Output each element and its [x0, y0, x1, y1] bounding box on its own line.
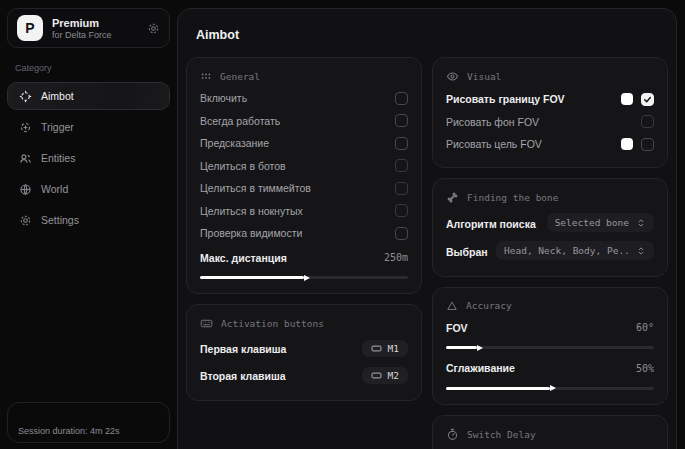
panel-title: Visual [467, 71, 501, 82]
sidebar-item-aimbot[interactable]: Aimbot [7, 82, 170, 110]
panel-title: Activation buttons [221, 318, 324, 329]
toggle-row: Целиться в ботов [200, 155, 408, 178]
toggle-label: Проверка видимости [200, 227, 302, 239]
keybind-row: Вторая клавиша M2 [200, 362, 408, 389]
globe-icon [19, 183, 32, 196]
fov-slider-block: FOV 60° [446, 317, 654, 350]
triangle-icon [446, 300, 458, 312]
sidebar-nav: Aimbot Trigger [7, 82, 170, 234]
bone-algorithm-dropdown[interactable]: Selected bone [547, 213, 654, 232]
switch-delay-toggle-row: Задержка переключения [446, 446, 654, 449]
toggle-label: Всегда работать [200, 115, 280, 127]
first-key-button[interactable]: M1 [362, 340, 408, 357]
panel-title: Switch Delay [467, 429, 536, 440]
prediction-checkbox[interactable] [395, 137, 408, 150]
draw-fov-background-checkbox[interactable] [641, 115, 654, 128]
sidebar-item-label: Settings [41, 214, 79, 226]
toggle-label: Предсказание [200, 137, 269, 149]
visual-panel-header: Visual [446, 70, 654, 83]
sidebar-item-label: Entities [41, 152, 75, 164]
smoothing-label: Сглаживание [446, 362, 515, 374]
visual-label: Рисовать границу FOV [446, 93, 565, 105]
unfold-icon [636, 246, 646, 256]
general-panel: General Включить Всегда работать Предска… [186, 57, 422, 294]
keybind-row: Первая клавиша M1 [200, 335, 408, 362]
fov-slider[interactable] [446, 346, 654, 349]
brand-card: P Premium for Delta Force [7, 8, 170, 48]
toggle-row: Всегда работать [200, 110, 408, 133]
brand-logo: P [17, 15, 43, 41]
session-duration: Session duration: 4m 22s [18, 426, 120, 436]
stopwatch-icon [446, 428, 459, 441]
fov-value: 60° [636, 322, 654, 333]
gear-icon [19, 214, 32, 227]
bone-icon [446, 191, 459, 204]
activation-buttons-panel: Activation buttons Первая клавиша M1 [186, 304, 422, 401]
sidebar-item-label: Aimbot [41, 90, 74, 102]
selected-bones-dropdown[interactable]: Head, Neck, Body, Pe.. [496, 241, 654, 260]
target-knocked-checkbox[interactable] [395, 204, 408, 217]
eye-icon [446, 70, 459, 83]
bone-panel-header: Finding the bone [446, 191, 654, 204]
session-box: Session duration: 4m 22s [7, 402, 170, 443]
fov-label: FOV [446, 322, 468, 334]
bone-row: Алгоритм поиска костей Selected bone [446, 209, 654, 237]
bone-row: Выбранные кости Head, Neck, Body, Pe.. [446, 237, 654, 265]
accuracy-panel: Accuracy FOV 60° Сглаживание [432, 287, 668, 405]
smoothing-slider-block: Сглаживание 50% [446, 357, 654, 390]
max-distance-slider-block: Макс. дистанция 250m [200, 247, 408, 280]
visual-label: Рисовать цель FOV [446, 138, 542, 150]
gear-icon[interactable] [147, 22, 160, 35]
general-panel-header: General [200, 70, 408, 82]
keyboard-icon [371, 370, 382, 381]
grid-icon [200, 70, 212, 82]
bone-algorithm-label: Алгоритм поиска костей [446, 218, 539, 230]
target-bots-checkbox[interactable] [395, 159, 408, 172]
keybind-label: Первая клавиша [200, 343, 286, 355]
sidebar-item-label: Trigger [41, 121, 74, 133]
enable-checkbox[interactable] [395, 92, 408, 105]
toggle-label: Целиться в нокнутых [200, 205, 303, 217]
switch-delay-panel: Switch Delay Задержка переключения Задер… [432, 415, 668, 449]
panel-title: General [220, 71, 260, 82]
visual-row: Рисовать фон FOV [446, 111, 654, 134]
always-work-checkbox[interactable] [395, 114, 408, 127]
fov-border-color-swatch[interactable] [621, 93, 633, 105]
visual-row: Рисовать цель FOV [446, 133, 654, 156]
panel-title: Accuracy [466, 300, 512, 311]
toggle-label: Целиться в ботов [200, 160, 286, 172]
selected-bones-label: Выбранные кости [446, 246, 488, 258]
smoothing-value: 50% [636, 363, 654, 374]
sidebar-item-entities[interactable]: Entities [7, 144, 170, 172]
keybind-label: Вторая клавиша [200, 370, 286, 382]
smoothing-slider[interactable] [446, 387, 654, 390]
main-content: Aimbot General [177, 8, 677, 449]
keyboard-icon [200, 317, 213, 330]
toggle-row: Проверка видимости [200, 222, 408, 245]
toggle-row: Целиться в нокнутых [200, 200, 408, 223]
slider-label: Макс. дистанция [200, 252, 287, 264]
app-window: P Premium for Delta Force Category [0, 0, 685, 449]
accuracy-panel-header: Accuracy [446, 300, 654, 312]
page-title: Aimbot [196, 28, 668, 42]
sidebar-item-trigger[interactable]: Trigger [7, 113, 170, 141]
sidebar-item-world[interactable]: World [7, 175, 170, 203]
draw-fov-border-checkbox[interactable] [641, 93, 654, 106]
visibility-check-checkbox[interactable] [395, 227, 408, 240]
category-label: Category [15, 63, 162, 73]
toggle-label: Включить [200, 92, 247, 104]
fov-target-color-swatch[interactable] [621, 138, 633, 150]
second-key-button[interactable]: M2 [362, 367, 408, 384]
target-teammates-checkbox[interactable] [395, 182, 408, 195]
draw-fov-target-checkbox[interactable] [641, 138, 654, 151]
panel-title: Finding the bone [467, 192, 559, 203]
sidebar-item-label: World [41, 183, 68, 195]
toggle-label: Целиться в тиммейтов [200, 182, 311, 194]
max-distance-slider[interactable] [200, 276, 408, 279]
finding-bone-panel: Finding the bone Алгоритм поиска костей … [432, 178, 668, 277]
trigger-icon [19, 121, 32, 134]
sidebar-item-settings[interactable]: Settings [7, 206, 170, 234]
toggle-row: Целиться в тиммейтов [200, 177, 408, 200]
brand-subtitle: for Delta Force [52, 30, 112, 40]
visual-row: Рисовать границу FOV [446, 88, 654, 111]
